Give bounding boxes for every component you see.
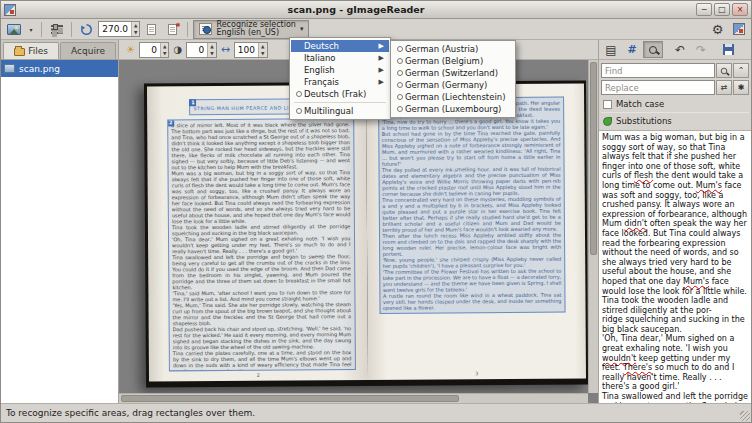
selection-badge: 2	[167, 119, 174, 126]
contrast-spinbox[interactable]: 0 ▲▼	[186, 42, 216, 58]
output-panel: ▤ # ↶ ↷ ⌃ ⇄ ✱	[598, 40, 751, 403]
file-name: scan.png	[19, 64, 60, 74]
rotate-current-page-button[interactable]	[142, 20, 161, 39]
sliders-icon	[51, 24, 63, 34]
close-button[interactable]: ×	[732, 3, 748, 16]
toolbar-separator	[71, 22, 72, 37]
spinner-arrows[interactable]: ▲▼	[207, 43, 215, 57]
pages-all-icon	[168, 24, 177, 35]
replace-input[interactable]	[601, 80, 715, 95]
rotate-icon	[80, 23, 93, 36]
ocr-icon	[199, 23, 212, 35]
tab-files[interactable]: Files	[3, 42, 59, 59]
replace-button[interactable]: ⇄	[716, 80, 732, 95]
contrast-value: 0	[187, 43, 207, 57]
tab-acquire[interactable]: Acquire	[60, 42, 116, 59]
open-dropdown-button[interactable]: ▾	[26, 20, 36, 39]
menu-item-german-germany[interactable]: German (Germany)	[392, 79, 514, 91]
brightness-value: 0	[140, 43, 160, 57]
titlebar: scan.png - gImageReader − □ ×	[1, 1, 751, 19]
menu-item-german-austria[interactable]: German (Austria)	[392, 43, 514, 55]
spinner-arrows[interactable]: ▲▼	[131, 22, 139, 36]
match-case-row[interactable]: Match case	[601, 97, 749, 110]
settings-button[interactable]: ⚙	[708, 20, 727, 39]
find-prev-button[interactable]: ⌃	[733, 63, 749, 78]
menu-item-german-switzerland[interactable]: German (Switzerland)	[392, 67, 514, 79]
menu-item-francais[interactable]: Français▶	[291, 76, 389, 88]
spinner-arrows[interactable]: ▲▼	[258, 43, 266, 57]
resize-grip[interactable]	[740, 411, 750, 421]
find-next-button[interactable]	[716, 63, 732, 78]
app-icon	[4, 4, 16, 16]
save-icon	[723, 44, 734, 55]
undo-icon: ↶	[675, 44, 685, 56]
menu-separator	[294, 102, 386, 103]
selection-badge: 1	[189, 99, 196, 106]
menu-item-english[interactable]: English▶	[291, 64, 389, 76]
selection-region-4[interactable]: 4 took the broom with her and she swept …	[378, 97, 566, 314]
replace-all-button[interactable]: ✱	[733, 80, 749, 95]
radio-icon	[397, 70, 403, 76]
spinner-arrows[interactable]: ▲▼	[160, 43, 168, 57]
substitutions-label: Substitutions	[616, 116, 672, 126]
menu-item-deutsch[interactable]: Deutsch▶	[291, 40, 389, 52]
rotation-angle-spinbox[interactable]: 270.0 ▲▼	[98, 21, 140, 37]
gear-icon: ⚙	[712, 24, 724, 35]
menu-item-deutsch-frak[interactable]: Deutsch (Frak)	[291, 88, 389, 100]
brightness-spinbox[interactable]: 0 ▲▼	[139, 42, 169, 58]
page-icon	[147, 24, 156, 35]
submenu-arrow-icon: ▶	[371, 78, 384, 86]
scrollbar-thumb[interactable]	[590, 62, 597, 255]
resolution-icon: ↔	[221, 45, 230, 55]
file-list: scan.png	[1, 60, 118, 403]
sources-tabbar: Files Acquire	[1, 40, 118, 60]
find-replace-box: ⌃ ⇄ ✱ Match case Substitutions	[599, 60, 751, 131]
scanned-book-image: 1 STRING-MAN HUM PEARCE AND LIVER LONDON…	[144, 80, 588, 387]
asterisk-icon: ✱	[738, 83, 745, 92]
resolution-spinbox[interactable]: 100 ▲▼	[234, 42, 268, 58]
recognize-button[interactable]: Recognize selection English (en_US) ▾	[193, 20, 309, 39]
menu-item-italiano[interactable]: Italiano▶	[291, 52, 389, 64]
open-image-button[interactable]	[4, 20, 24, 39]
selection-region-2[interactable]: 2 a slice of mirror left. Most of it was…	[167, 118, 355, 371]
tab-files-label: Files	[28, 46, 48, 56]
menu-item-german-luxembourg[interactable]: German (Luxembourg)	[392, 103, 514, 115]
output-text[interactable]: Mum was a big woman, but big in a soggy …	[599, 131, 751, 403]
output-find-replace-toggle-button[interactable]	[643, 41, 663, 58]
minimize-button[interactable]: −	[696, 3, 712, 16]
app-menu-button[interactable]	[729, 20, 748, 39]
maximize-button[interactable]: □	[714, 3, 730, 16]
menu-item-multilingual[interactable]: Multilingual	[291, 105, 389, 117]
canvas-vertical-scrollbar[interactable]	[588, 60, 598, 393]
submenu-arrow-icon: ▶	[371, 54, 384, 62]
radio-icon	[397, 82, 403, 88]
image-controls-toggle-button[interactable]	[47, 20, 66, 39]
radio-icon	[397, 46, 403, 52]
submenu-arrow-icon: ▶	[371, 42, 384, 50]
right-page-number: 3	[367, 370, 586, 377]
rotate-page-button[interactable]	[77, 20, 96, 39]
folder-icon	[14, 48, 25, 56]
match-case-label: Match case	[616, 99, 664, 109]
output-save-button[interactable]	[718, 41, 738, 58]
left-page-number: 2	[149, 372, 368, 379]
canvas-horizontal-scrollbar[interactable]	[119, 393, 588, 403]
radio-icon	[296, 108, 302, 114]
match-case-checkbox[interactable]	[603, 100, 612, 109]
scrollbar-thumb[interactable]	[121, 395, 459, 402]
resolution-value: 100	[235, 43, 258, 57]
output-redo-button[interactable]: ↷	[691, 41, 711, 58]
window-title: scan.png - gImageReader	[20, 4, 692, 15]
right-page-text: took the broom with her and she swept th…	[382, 100, 562, 311]
menu-item-german-belgium[interactable]: German (Belgium)	[392, 55, 514, 67]
output-insert-mode-button[interactable]: ▤	[601, 41, 621, 58]
rotate-all-pages-button[interactable]	[163, 20, 182, 39]
output-substitutions-button[interactable]: #	[622, 41, 642, 58]
find-input[interactable]	[601, 63, 715, 78]
substitutions-button[interactable]: Substitutions	[601, 112, 749, 128]
menu-item-german-liechtenstein[interactable]: German (Liechtenstein)	[392, 91, 514, 103]
magnifier-icon	[721, 67, 727, 73]
radio-icon	[296, 91, 302, 97]
file-row-scan-png[interactable]: scan.png	[1, 60, 118, 77]
output-undo-button[interactable]: ↶	[670, 41, 690, 58]
